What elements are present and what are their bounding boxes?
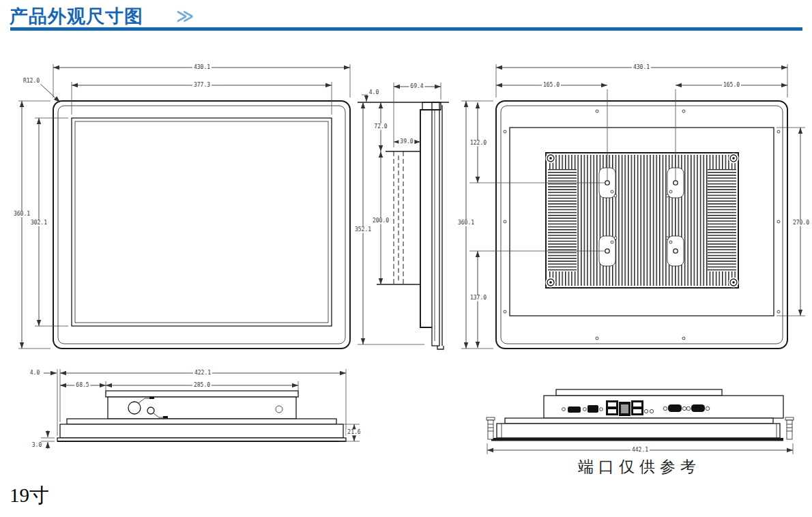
front-glass-edge xyxy=(491,438,783,441)
bottom-front-view xyxy=(57,391,346,441)
dim-side-overall-depth: 69.4 xyxy=(409,83,424,89)
audio-jack-icon xyxy=(650,409,653,413)
heatsink-right-fins xyxy=(708,169,736,271)
lan-port-icon xyxy=(619,402,630,416)
dim-back-recess-height: 270.0 xyxy=(792,220,811,226)
dim-side-body-height: 352.1 xyxy=(353,226,373,233)
dim-front-overall-height: 360.1 xyxy=(12,211,31,217)
dim-bottom-left-offset: 68.5 xyxy=(74,382,90,388)
usb-ports-icon xyxy=(631,400,643,415)
front-bezel-line xyxy=(58,106,345,344)
front-screen xyxy=(72,118,332,326)
bottom-heatsink-teeth xyxy=(106,391,298,397)
vga-port-icon xyxy=(588,405,598,413)
back-view xyxy=(496,101,787,349)
dim-bottom-heatsink-width: 285.0 xyxy=(192,382,212,388)
dim-back-top-to-hole: 122.0 xyxy=(469,140,488,146)
dim-bottom-body-thickness: 21.6 xyxy=(346,429,362,435)
bottom-rear-view xyxy=(487,389,794,441)
power-jack-icon xyxy=(562,408,566,411)
dim-side-glass-lip: 4.0 xyxy=(368,89,380,95)
side-view-dimensions xyxy=(358,83,441,344)
dim-front-screen-height: 302.1 xyxy=(29,220,48,226)
dim-side-plate-height: 200.0 xyxy=(371,218,390,224)
side-front-panel xyxy=(432,102,439,346)
left-mount-stud xyxy=(487,417,495,439)
reset-hole xyxy=(147,407,154,414)
audio-jack-icon xyxy=(644,409,648,413)
right-mount-stud xyxy=(785,417,794,439)
dim-bottom-body-width: 422.1 xyxy=(193,370,212,376)
dim-back-overall-width: 430.1 xyxy=(632,64,651,70)
dim-front-corner-radius: R12.0 xyxy=(22,78,41,84)
dim-side-plate-depth: 39.0 xyxy=(398,138,414,145)
dimension-diagram-page: 产品外观尺寸图 ≫ xyxy=(0,0,812,517)
heatsink-left-fins xyxy=(548,169,577,271)
front-active-area xyxy=(75,121,328,323)
dim-side-top-to-plate: 72.0 xyxy=(373,123,388,130)
usb-ports-icon xyxy=(606,400,618,415)
dim-back-overall-height: 360.1 xyxy=(456,220,476,226)
technical-drawing xyxy=(0,0,812,517)
dim-bottom-glass-thickness: 3.0 xyxy=(31,442,43,448)
front-outer-frame xyxy=(53,101,350,349)
rear-heatsink-teeth xyxy=(556,389,722,396)
dim-back-hole-to-bottom: 137.0 xyxy=(469,295,488,301)
dim-rear-overall-width: 442.1 xyxy=(630,447,650,453)
power-button-hole xyxy=(128,402,141,414)
front-view xyxy=(53,101,350,349)
dim-back-hole-right: 165.0 xyxy=(722,82,741,88)
hdmi-port-icon xyxy=(568,407,581,413)
side-chassis xyxy=(420,110,441,327)
dim-bottom-glass-lip: 4.0 xyxy=(29,370,41,376)
dim-front-screen-width: 377.3 xyxy=(192,82,212,88)
panel-size-label: 19寸 xyxy=(10,482,49,509)
front-view-dimensions xyxy=(18,64,350,349)
dim-back-hole-left: 165.0 xyxy=(542,82,561,88)
ports-reference-note: 端口仅供参考 xyxy=(578,456,701,477)
dim-front-overall-width: 430.1 xyxy=(192,64,212,70)
